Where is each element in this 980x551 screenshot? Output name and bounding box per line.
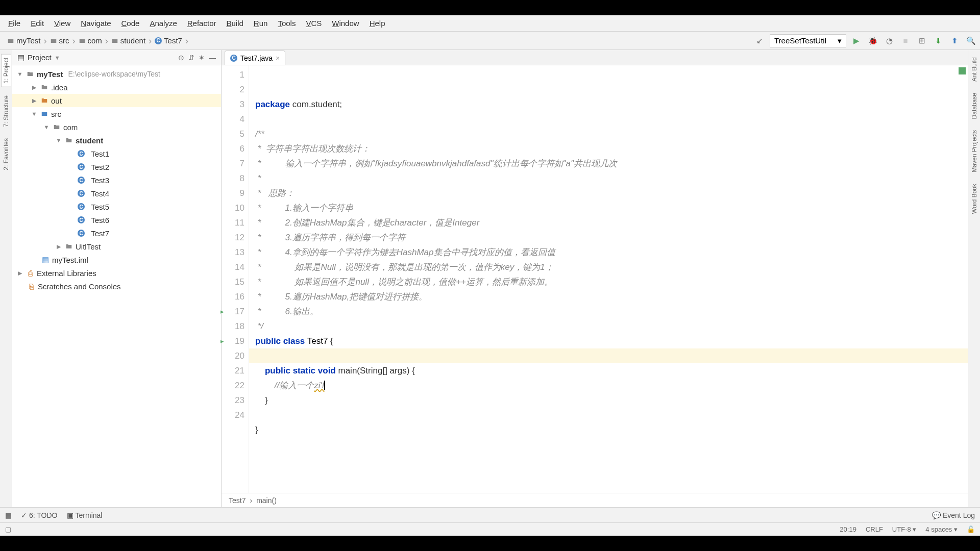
debug-button[interactable]: 🐞 — [867, 35, 879, 47]
menu-code[interactable]: Code — [116, 17, 145, 30]
tree-external[interactable]: ▶⎙External Libraries — [12, 266, 221, 280]
search-everywhere-button[interactable]: 🔍 — [965, 35, 977, 47]
stop-button[interactable]: ■ — [899, 35, 912, 47]
menu-view[interactable]: View — [49, 17, 76, 30]
menu-build[interactable]: Build — [221, 17, 248, 30]
crumb-project[interactable]: myTest — [3, 35, 45, 46]
editor-breadcrumb: Test7 › main() — [222, 493, 968, 507]
crumb-student[interactable]: student — [107, 35, 150, 46]
crumb-class[interactable]: CTest7 — [151, 35, 186, 46]
build-button[interactable]: ↙ — [753, 35, 766, 47]
tree-out[interactable]: ▶out — [12, 94, 221, 107]
terminal-tab[interactable]: ▣ Terminal — [67, 511, 103, 519]
tree-iml[interactable]: ▦myTest.iml — [12, 253, 221, 266]
tree-test3[interactable]: C Test3 — [12, 173, 221, 187]
locate-button[interactable]: ⊙ — [178, 54, 184, 62]
crumb-com[interactable]: com — [75, 35, 106, 46]
vcs-update-button[interactable]: ⬇ — [932, 35, 944, 47]
indent-settings[interactable]: 4 spaces ▾ — [925, 525, 958, 533]
nav-breadcrumbs: myTest› src› com› student› CTest7› — [3, 35, 186, 46]
right-tool-strip: Ant Build Database Maven Projects Word B… — [968, 50, 980, 507]
menu-vcs[interactable]: VCS — [301, 17, 327, 30]
todo-tab[interactable]: ✓ 6: TODO — [21, 511, 58, 519]
tool-tab-project[interactable]: 1: Project — [1, 54, 11, 87]
tool-tab-database[interactable]: Database — [970, 90, 979, 122]
tree-idea[interactable]: ▶.idea — [12, 81, 221, 94]
menu-navigate[interactable]: Navigate — [76, 17, 116, 30]
crumb-src[interactable]: src — [46, 35, 74, 46]
menu-tools[interactable]: Tools — [273, 17, 301, 30]
menu-edit[interactable]: Edit — [26, 17, 49, 30]
status-bar: ▢ 20:19 CRLF UTF-8 ▾ 4 spaces ▾ 🔓 — [0, 522, 980, 536]
code-editor[interactable]: 123456789101112131415161718192021222324 … — [222, 65, 968, 493]
coverage-button[interactable]: ◔ — [883, 35, 895, 47]
menu-window[interactable]: Window — [327, 17, 364, 30]
event-log-tab[interactable]: 💬 Event Log — [932, 511, 975, 519]
tool-tab-maven[interactable]: Maven Projects — [970, 127, 979, 176]
menu-bar: File Edit View Navigate Code Analyze Ref… — [0, 15, 980, 32]
tree-scratches[interactable]: ⎘Scratches and Consoles — [12, 280, 221, 293]
run-button[interactable]: ▶ — [850, 35, 863, 47]
tool-tab-ant[interactable]: Ant Build — [970, 54, 979, 85]
tree-com[interactable]: ▼com — [12, 120, 221, 134]
status-left: ▢ — [5, 525, 11, 533]
menu-help[interactable]: Help — [364, 17, 390, 30]
tree-test5[interactable]: C Test5 — [12, 200, 221, 213]
run-config-selector[interactable]: TreeSetTestUtil▾ — [770, 34, 846, 47]
panel-title[interactable]: ▤ Project ▼ — [17, 53, 60, 62]
menu-analyze[interactable]: Analyze — [144, 17, 182, 30]
tree-test6[interactable]: C Test6 — [12, 213, 221, 227]
vcs-commit-button[interactable]: ⬆ — [948, 35, 961, 47]
menu-run[interactable]: Run — [249, 17, 273, 30]
tab-test7[interactable]: C Test7.java × — [225, 51, 285, 65]
project-tree[interactable]: ▼ myTestE:\eclipse-workspace\myTest ▶.id… — [12, 65, 221, 507]
layout-button[interactable]: ▦ — [5, 511, 12, 519]
tree-test2[interactable]: C Test2 — [12, 160, 221, 173]
tool-tab-favorites[interactable]: 2: Favorites — [2, 135, 11, 173]
breadcrumb-class[interactable]: Test7 — [229, 496, 246, 505]
class-icon: C — [230, 55, 237, 62]
hide-button[interactable]: — — [209, 54, 216, 62]
close-icon[interactable]: × — [276, 54, 280, 62]
menu-refactor[interactable]: Refactor — [182, 17, 222, 30]
editor-tabs: C Test7.java × — [222, 50, 968, 65]
file-encoding[interactable]: UTF-8 ▾ — [892, 525, 916, 533]
tree-src[interactable]: ▼src — [12, 107, 221, 120]
breadcrumb-method[interactable]: main() — [256, 496, 277, 505]
menu-file[interactable]: File — [3, 17, 26, 30]
project-panel: ▤ Project ▼ ⊙ ⇵ ✶ — ▼ myTestE:\eclipse-w… — [12, 50, 222, 507]
tree-root[interactable]: ▼ myTestE:\eclipse-workspace\myTest — [12, 67, 221, 81]
left-tool-strip: 1: Project 7: Structure 2: Favorites — [0, 50, 12, 507]
tree-uitl[interactable]: ▶UitlTest — [12, 240, 221, 253]
layout-button[interactable]: ⊞ — [916, 35, 928, 47]
chevron-down-icon: ▾ — [838, 36, 842, 45]
bottom-toolbar: ▦ ✓ 6: TODO ▣ Terminal 💬 Event Log — [0, 507, 980, 522]
tool-tab-structure[interactable]: 7: Structure — [2, 92, 11, 130]
settings-button[interactable]: ✶ — [199, 54, 205, 62]
tree-student[interactable]: ▼student — [12, 134, 221, 147]
cursor-position[interactable]: 20:19 — [840, 525, 856, 533]
toolbar: myTest› src› com› student› CTest7› ↙ Tre… — [0, 32, 980, 50]
line-gutter[interactable]: 123456789101112131415161718192021222324 — [222, 65, 249, 493]
class-icon: C — [155, 37, 162, 44]
chevron-down-icon: ▼ — [55, 55, 60, 61]
tool-tab-wordbook[interactable]: Word Book — [970, 181, 979, 217]
line-separator[interactable]: CRLF — [866, 525, 883, 533]
lock-icon[interactable]: 🔓 — [967, 525, 975, 533]
tree-test1[interactable]: C Test1 — [12, 147, 221, 160]
tree-test7[interactable]: C Test7 — [12, 227, 221, 240]
tree-test4[interactable]: C Test4 — [12, 187, 221, 200]
collapse-button[interactable]: ⇵ — [188, 54, 194, 62]
editor-area: C Test7.java × 1234567891011121314151617… — [222, 50, 968, 507]
project-icon: ▤ — [17, 53, 24, 62]
